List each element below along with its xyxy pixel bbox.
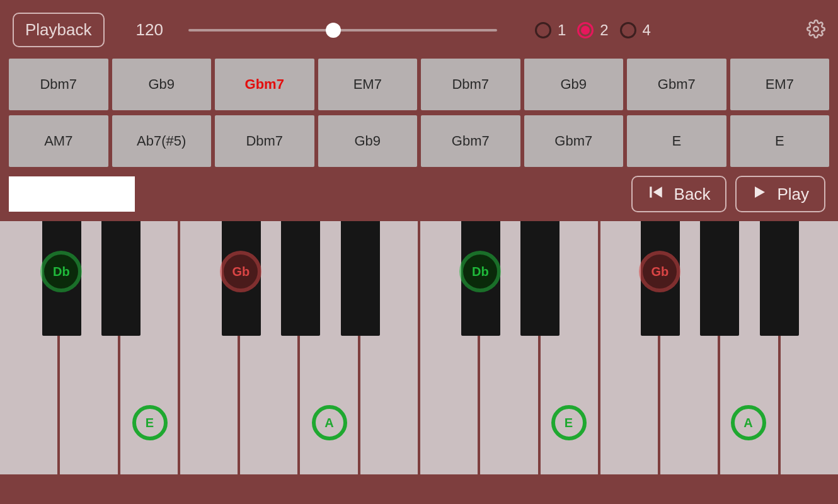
svg-marker-2 — [653, 186, 662, 197]
skip-back-icon — [648, 184, 664, 205]
gear-icon[interactable] — [806, 20, 825, 41]
chord-cell[interactable]: Gb9 — [524, 59, 624, 110]
tempo-slider[interactable] — [188, 23, 497, 38]
chord-cell[interactable]: Dbm7 — [421, 59, 520, 110]
radio-icon — [620, 22, 636, 38]
note-marker: Gb — [224, 255, 258, 289]
chord-cell[interactable]: AM7 — [9, 115, 108, 167]
playback-button[interactable]: Playback — [13, 13, 105, 47]
black-key[interactable] — [760, 221, 799, 336]
chord-cell[interactable]: Gbm7 — [421, 115, 520, 167]
chord-grid: Dbm7Gb9Gbm7EM7Dbm7Gb9Gbm7EM7 AM7Ab7(#5)D… — [0, 59, 838, 167]
octave-option-2[interactable]: 2 — [577, 21, 608, 39]
blank-input-box[interactable] — [9, 176, 135, 212]
note-marker: E — [551, 405, 587, 440]
chord-cell[interactable]: E — [730, 115, 830, 167]
slider-thumb[interactable] — [326, 23, 341, 38]
note-marker: A — [312, 405, 347, 440]
svg-point-0 — [813, 26, 818, 32]
octave-label: 4 — [643, 21, 651, 39]
octave-option-4[interactable]: 4 — [620, 21, 651, 39]
black-key[interactable] — [341, 221, 380, 336]
slider-track — [188, 29, 497, 32]
chord-cell[interactable]: EM7 — [318, 59, 418, 110]
note-marker: Gb — [643, 255, 677, 289]
svg-marker-3 — [755, 186, 765, 198]
note-marker: A — [731, 405, 766, 440]
chord-row-1: Dbm7Gb9Gbm7EM7Dbm7Gb9Gbm7EM7 — [9, 59, 829, 110]
chord-cell[interactable]: Ab7(#5) — [112, 115, 212, 167]
radio-icon — [535, 22, 551, 38]
play-icon — [752, 185, 767, 204]
octave-label: 1 — [558, 21, 566, 39]
octave-option-1[interactable]: 1 — [535, 21, 566, 39]
controls-row: Back Play — [0, 167, 838, 221]
svg-rect-1 — [650, 186, 651, 197]
chord-cell[interactable]: EM7 — [730, 59, 830, 110]
note-marker: E — [132, 405, 168, 440]
chord-cell[interactable]: E — [627, 115, 726, 167]
black-key[interactable] — [520, 221, 560, 336]
chord-cell[interactable]: Gbm7 — [524, 115, 624, 167]
back-label: Back — [674, 185, 711, 204]
black-key[interactable] — [281, 221, 320, 336]
chord-cell[interactable]: Gb9 — [112, 59, 212, 110]
octave-label: 2 — [600, 21, 608, 39]
back-button[interactable]: Back — [631, 176, 727, 212]
chord-cell[interactable]: Gbm7 — [215, 59, 314, 110]
note-marker: Db — [44, 255, 78, 289]
note-marker: Db — [463, 255, 497, 289]
play-label: Play — [777, 185, 809, 204]
play-button[interactable]: Play — [735, 176, 825, 212]
chord-cell[interactable]: Gb9 — [318, 115, 418, 167]
chord-cell[interactable]: Gbm7 — [627, 59, 726, 110]
black-key[interactable] — [700, 221, 739, 336]
radio-icon — [577, 22, 594, 38]
chord-row-2: AM7Ab7(#5)Dbm7Gb9Gbm7Gbm7EE — [9, 115, 829, 167]
piano-keyboard: DbGbDbGbEAEA — [0, 221, 838, 474]
black-key[interactable] — [101, 221, 141, 336]
chord-cell[interactable]: Dbm7 — [215, 115, 314, 167]
octave-group: 1 2 4 — [535, 21, 651, 39]
topbar: Playback 120 1 2 4 — [0, 0, 838, 59]
tempo-value: 120 — [136, 20, 163, 40]
chord-cell[interactable]: Dbm7 — [9, 59, 108, 110]
